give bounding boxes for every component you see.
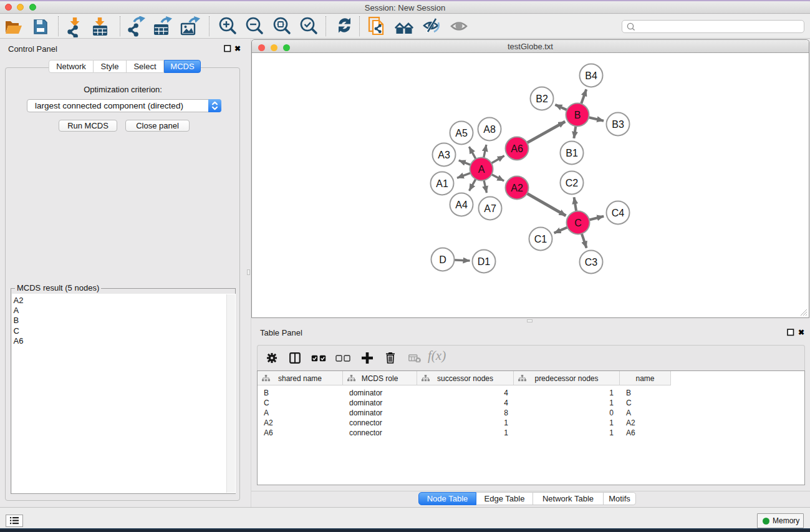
svg-text:A3: A3: [438, 150, 450, 160]
svg-text:A1: A1: [436, 178, 448, 189]
svg-text:B4: B4: [585, 70, 597, 81]
svg-text:B1: B1: [566, 148, 578, 158]
svg-text:A: A: [478, 164, 485, 175]
svg-text:B3: B3: [612, 119, 624, 130]
svg-text:A7: A7: [484, 203, 496, 214]
svg-text:C2: C2: [566, 178, 579, 188]
svg-text:B2: B2: [536, 94, 548, 104]
svg-text:A6: A6: [511, 143, 523, 154]
svg-text:D: D: [439, 254, 446, 265]
svg-text:C: C: [574, 218, 582, 228]
svg-text:C1: C1: [534, 234, 547, 244]
svg-text:D1: D1: [478, 256, 491, 267]
svg-text:A2: A2: [511, 183, 523, 193]
svg-text:A8: A8: [483, 124, 496, 135]
svg-text:A4: A4: [455, 200, 468, 210]
svg-text:C3: C3: [585, 257, 598, 268]
svg-text:C4: C4: [612, 208, 625, 218]
svg-text:B: B: [574, 110, 581, 120]
svg-text:A5: A5: [455, 128, 468, 138]
